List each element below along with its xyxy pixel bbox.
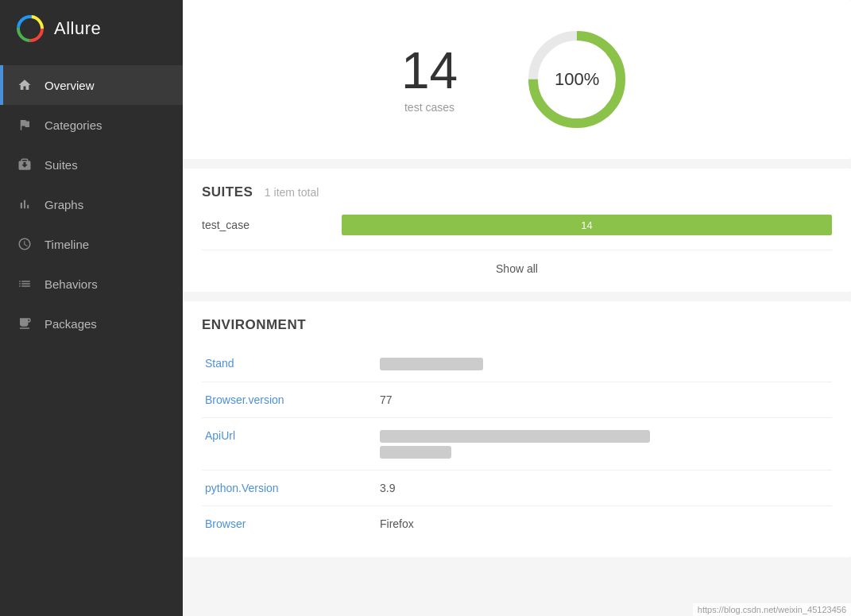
env-row-browser: Browser Firefox <box>202 506 832 542</box>
pass-rate-donut: 100% <box>521 24 632 135</box>
env-row-stand: Stand <box>202 346 832 382</box>
sidebar: Allure Overview Categories Suites <box>0 0 183 616</box>
logo-area: Allure <box>0 0 183 57</box>
environment-title: ENVIRONMENT <box>202 317 306 332</box>
blurred-apiurl-2 <box>380 446 451 459</box>
suites-header: SUITES 1 item total <box>202 184 832 200</box>
list-icon <box>16 275 33 293</box>
pass-percent-label: 100% <box>555 69 599 90</box>
sidebar-item-overview[interactable]: Overview <box>0 65 183 105</box>
app-name: Allure <box>54 18 101 39</box>
environment-card: ENVIRONMENT Stand Browser.version 77 Api <box>183 301 851 557</box>
sidebar-item-behaviors[interactable]: Behaviors <box>0 264 183 304</box>
stats-card: 14 test cases 100% <box>183 0 851 159</box>
sidebar-label-overview: Overview <box>44 79 95 92</box>
show-all-row: Show all <box>202 250 832 276</box>
suite-bar-value: 14 <box>581 219 592 231</box>
sidebar-item-timeline[interactable]: Timeline <box>0 224 183 264</box>
sidebar-label-timeline: Timeline <box>44 238 89 251</box>
env-value-python-version: 3.9 <box>377 471 832 506</box>
test-cases-label: test cases <box>401 101 458 114</box>
main-content: 14 test cases 100% SUITES 1 item total t… <box>183 0 851 616</box>
env-key-python-version: python.Version <box>202 471 377 506</box>
allure-logo-icon <box>16 14 44 43</box>
show-all-button[interactable]: Show all <box>496 262 538 275</box>
sidebar-label-graphs: Graphs <box>44 198 83 211</box>
footer-url: https://blog.csdn.net/weixin_45123456 <box>693 603 851 616</box>
test-cases-stat: 14 test cases <box>401 45 458 114</box>
env-value-browser: Firefox <box>377 506 832 542</box>
blurred-apiurl-1 <box>380 430 650 443</box>
sidebar-label-suites: Suites <box>44 158 78 172</box>
flag-icon <box>16 116 33 134</box>
env-row-browser-version: Browser.version 77 <box>202 382 832 418</box>
briefcase-icon <box>16 156 33 173</box>
suites-count: 1 item total <box>265 186 319 199</box>
bar-chart-icon <box>16 196 33 213</box>
sidebar-item-categories[interactable]: Categories <box>0 105 183 145</box>
environment-table: Stand Browser.version 77 ApiUrl <box>202 346 832 541</box>
sidebar-label-packages: Packages <box>44 317 97 331</box>
sidebar-label-behaviors: Behaviors <box>44 277 98 291</box>
env-key-browser: Browser <box>202 506 377 542</box>
env-value-browser-version: 77 <box>377 382 832 418</box>
env-key-apiurl: ApiUrl <box>202 418 377 471</box>
suites-card: SUITES 1 item total test_case 14 Show al… <box>183 169 851 292</box>
suite-row: test_case 14 <box>202 215 832 235</box>
suite-name: test_case <box>202 219 329 231</box>
env-key-stand: Stand <box>202 346 377 382</box>
sidebar-item-suites[interactable]: Suites <box>0 145 183 184</box>
suite-bar: 14 <box>342 215 832 235</box>
suite-bar-container: 14 <box>342 215 832 235</box>
sidebar-item-graphs[interactable]: Graphs <box>0 184 183 224</box>
blurred-stand <box>380 358 483 370</box>
env-row-python-version: python.Version 3.9 <box>202 471 832 506</box>
env-value-stand <box>377 346 832 382</box>
test-cases-count: 14 <box>401 45 458 96</box>
packages-icon <box>16 315 33 332</box>
suites-title: SUITES <box>202 184 253 200</box>
sidebar-nav: Overview Categories Suites Graphs <box>0 65 183 343</box>
env-key-browser-version: Browser.version <box>202 382 377 418</box>
home-icon <box>16 76 33 94</box>
env-value-apiurl <box>377 418 832 471</box>
sidebar-item-packages[interactable]: Packages <box>0 304 183 343</box>
sidebar-label-categories: Categories <box>44 118 103 132</box>
clock-icon <box>16 235 33 253</box>
env-row-apiurl: ApiUrl <box>202 418 832 471</box>
